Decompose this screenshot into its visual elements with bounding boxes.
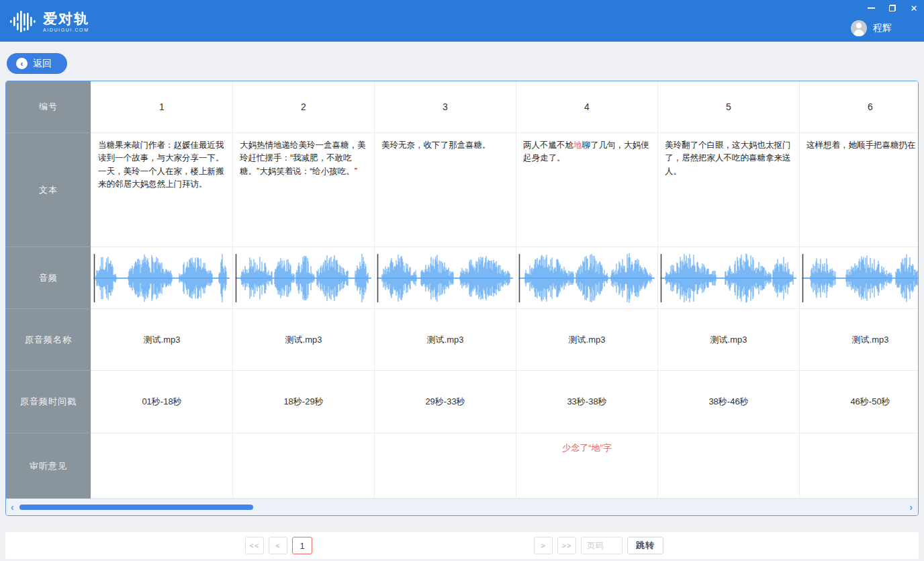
row-label-text: 文本	[6, 133, 91, 247]
time-cell-col5: 38秒-46秒	[658, 371, 800, 433]
audio-cell-col2[interactable]	[233, 247, 375, 309]
back-arrow-icon: ‹	[16, 58, 28, 69]
table-row-num: 编号123456	[6, 81, 918, 133]
scroll-right-icon[interactable]: ›	[909, 501, 913, 514]
prev-page-button[interactable]: <	[269, 537, 287, 554]
page-number-input[interactable]	[581, 537, 622, 554]
app-header: 爱对轨 AIDUIGUI.COM ✕ 程辉	[0, 0, 924, 42]
brand-logo: 爱对轨 AIDUIGUI.COM	[9, 8, 89, 35]
audio-cell-col4[interactable]	[516, 247, 658, 309]
num-cell-col6: 6	[800, 81, 918, 133]
close-icon: ✕	[911, 4, 918, 13]
table-row-review: 审听意见少念了“地”字	[6, 433, 918, 499]
scrollbar-thumb[interactable]	[19, 505, 253, 510]
jump-button[interactable]: 跳转	[627, 537, 663, 554]
minimize-button[interactable]	[865, 3, 877, 13]
review-cell-col3[interactable]	[375, 433, 516, 499]
num-cell-col1: 1	[91, 81, 233, 133]
scroll-left-icon[interactable]: ‹	[11, 501, 14, 514]
waveform	[93, 250, 230, 306]
restore-button[interactable]	[886, 3, 898, 13]
audio-cell-col3[interactable]	[375, 247, 516, 309]
table-row-name: 原音频名称测试.mp3测试.mp3测试.mp3测试.mp3测试.mp3测试.mp…	[6, 309, 918, 371]
name-cell-col2: 测试.mp3	[233, 309, 375, 371]
review-cell-col4[interactable]: 少念了“地”字	[516, 433, 658, 499]
back-button-label: 返回	[33, 58, 52, 70]
brand-name: 爱对轨	[43, 11, 89, 26]
name-cell-col3: 测试.mp3	[375, 309, 516, 371]
user-menu[interactable]: 程辉	[851, 20, 892, 36]
pagination-right-group: > >> 跳转	[534, 537, 663, 554]
back-button[interactable]: ‹ 返回	[7, 53, 67, 74]
num-cell-col2: 2	[233, 81, 375, 133]
row-label-time: 原音频时间戳	[6, 371, 91, 433]
name-cell-col1: 测试.mp3	[91, 309, 233, 371]
row-label-name: 原音频名称	[6, 309, 91, 371]
horizontal-scrollbar: ‹ ›	[6, 499, 918, 515]
audio-cell-col5[interactable]	[658, 247, 800, 309]
highlighted-word: 地	[573, 140, 582, 150]
waveform-logo-icon	[9, 8, 38, 35]
num-cell-col3: 3	[375, 81, 516, 133]
review-cell-col5[interactable]	[658, 433, 800, 499]
time-cell-col2: 18秒-29秒	[233, 371, 375, 433]
row-label-num: 编号	[6, 81, 91, 133]
pagination-bar: << < 1 > >> 跳转	[5, 532, 919, 559]
name-cell-col6: 测试.mp3	[800, 309, 918, 371]
next-page-button[interactable]: >	[534, 537, 553, 554]
text-cell-col4: 两人不尴不尬地聊了几句，大妈便起身走了。	[516, 133, 658, 247]
brand-domain: AIDUIGUI.COM	[43, 28, 89, 32]
table-row-text: 文本当糖果来敲门作者：赵媛佳最近我读到一个故事，与大家分享一下。一天，美玲一个人…	[6, 133, 918, 247]
toolbar: ‹ 返回	[0, 42, 924, 81]
num-cell-col5: 5	[658, 81, 800, 133]
review-table-container: 编号123456文本当糖果来敲门作者：赵媛佳最近我读到一个故事，与大家分享一下。…	[5, 81, 919, 516]
user-avatar-icon	[851, 20, 867, 36]
review-cell-col2[interactable]	[233, 433, 375, 499]
last-page-button[interactable]: >>	[557, 537, 576, 554]
audio-cell-col1[interactable]	[91, 247, 233, 309]
current-page-indicator: 1	[292, 537, 312, 554]
time-cell-col4: 33秒-38秒	[516, 371, 658, 433]
table-row-time: 原音频时间戳01秒-18秒18秒-29秒29秒-33秒33秒-38秒38秒-46…	[6, 371, 918, 433]
review-cell-col1[interactable]	[91, 433, 233, 499]
name-cell-col5: 测试.mp3	[658, 309, 800, 371]
text-cell-col3: 美玲无奈，收下了那盒喜糖。	[375, 133, 516, 247]
user-name: 程辉	[873, 22, 892, 34]
table-row-audio: 音频	[6, 247, 918, 309]
waveform	[660, 250, 796, 306]
review-table: 编号123456文本当糖果来敲门作者：赵媛佳最近我读到一个故事，与大家分享一下。…	[6, 81, 918, 499]
waveform	[802, 250, 918, 306]
table-scroll-area: 编号123456文本当糖果来敲门作者：赵媛佳最近我读到一个故事，与大家分享一下。…	[6, 81, 918, 499]
text-cell-col5: 美玲翻了个白眼，这大妈也太抠门了，居然把家人不吃的喜糖拿来送人。	[658, 133, 800, 247]
pagination-left-group: << < 1	[245, 537, 312, 554]
close-button[interactable]: ✕	[908, 3, 920, 13]
row-label-review: 审听意见	[6, 433, 91, 499]
review-cell-col6[interactable]	[800, 433, 918, 499]
minimize-icon	[868, 7, 875, 9]
waveform	[377, 250, 513, 306]
audio-cell-col6[interactable]	[800, 247, 918, 309]
time-cell-col1: 01秒-18秒	[91, 371, 233, 433]
first-page-button[interactable]: <<	[245, 537, 264, 554]
num-cell-col4: 4	[516, 81, 658, 133]
text-cell-col1: 当糖果来敲门作者：赵媛佳最近我读到一个故事，与大家分享一下。一天，美玲一个人在家…	[91, 133, 233, 247]
text-cell-col6: 这样想着，她顺手把喜糖扔在	[800, 133, 918, 247]
row-label-audio: 音频	[6, 247, 91, 309]
time-cell-col3: 29秒-33秒	[375, 371, 516, 433]
waveform	[518, 250, 655, 306]
text-cell-col2: 大妈热情地递给美玲一盒喜糖，美玲赶忙摆手：“我减肥，不敢吃糖。”大妈笑着说：“给…	[233, 133, 375, 247]
window-controls: ✕	[865, 3, 920, 13]
time-cell-col6: 46秒-50秒	[800, 371, 918, 433]
name-cell-col4: 测试.mp3	[516, 309, 658, 371]
restore-icon	[889, 5, 896, 11]
waveform	[235, 250, 371, 306]
